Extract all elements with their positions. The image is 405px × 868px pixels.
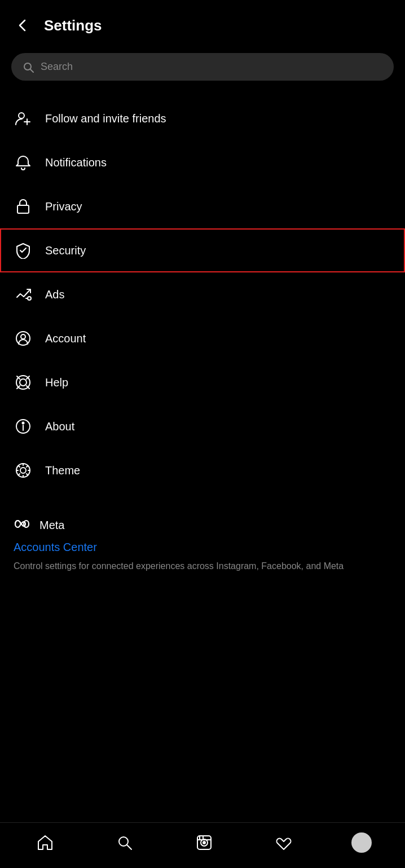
menu-item-about[interactable]: About (0, 404, 405, 448)
svg-point-0 (24, 63, 31, 70)
menu-item-ads[interactable]: Ads (0, 272, 405, 316)
notifications-icon (14, 153, 33, 172)
search-placeholder: Search (41, 61, 73, 73)
menu-item-label: About (45, 420, 74, 433)
theme-icon (14, 461, 33, 480)
menu-item-label: Help (45, 376, 68, 389)
follow-icon (14, 109, 33, 128)
search-container: Search (0, 44, 405, 96)
nav-search-button[interactable] (113, 831, 137, 854)
svg-line-28 (19, 474, 20, 475)
accounts-center-link[interactable]: Accounts Center (14, 541, 391, 554)
menu-list: Follow and invite friends Notifications … (0, 96, 405, 504)
nav-home-button[interactable] (33, 831, 57, 854)
svg-rect-5 (17, 205, 29, 213)
menu-item-label: Account (45, 332, 86, 345)
security-icon (14, 241, 33, 260)
meta-logo: Meta (14, 517, 391, 533)
header: Settings (0, 0, 405, 44)
menu-item-label: Privacy (45, 200, 82, 213)
svg-point-20 (20, 468, 26, 473)
search-icon (23, 61, 34, 73)
menu-item-account[interactable]: Account (0, 316, 405, 360)
help-icon (14, 373, 33, 392)
account-icon (14, 329, 33, 348)
svg-line-25 (19, 466, 20, 468)
menu-item-label: Ads (45, 288, 64, 301)
menu-item-label: Security (45, 244, 86, 257)
bottom-nav (0, 822, 405, 868)
svg-point-2 (19, 113, 24, 118)
svg-line-1 (30, 69, 33, 72)
meta-description: Control settings for connected experienc… (14, 559, 391, 573)
about-icon (14, 417, 33, 436)
nav-activity-button[interactable] (272, 831, 296, 854)
menu-item-follow-invite[interactable]: Follow and invite friends (0, 96, 405, 140)
ads-icon (14, 285, 33, 304)
menu-item-help[interactable]: Help (0, 360, 405, 404)
back-button[interactable] (14, 16, 33, 35)
svg-line-26 (27, 474, 28, 475)
menu-item-notifications[interactable]: Notifications (0, 140, 405, 184)
svg-point-18 (23, 422, 24, 424)
meta-section: Meta Accounts Center Control settings fo… (0, 504, 405, 582)
menu-item-privacy[interactable]: Privacy (0, 184, 405, 228)
menu-item-theme[interactable]: Theme (0, 448, 405, 492)
nav-reels-button[interactable] (192, 831, 216, 854)
meta-icon (14, 517, 34, 533)
page-title: Settings (44, 17, 102, 34)
svg-point-9 (21, 334, 25, 339)
search-bar[interactable]: Search (11, 53, 394, 81)
svg-point-33 (203, 841, 205, 844)
menu-item-label: Theme (45, 464, 80, 477)
menu-item-label: Follow and invite friends (45, 112, 166, 125)
meta-label: Meta (39, 519, 64, 532)
svg-point-11 (20, 379, 27, 386)
menu-item-label: Notifications (45, 156, 107, 169)
privacy-icon (14, 197, 33, 216)
svg-line-30 (127, 845, 131, 849)
svg-line-27 (27, 466, 28, 468)
menu-item-security[interactable]: Security (0, 228, 405, 272)
nav-profile-avatar[interactable] (351, 832, 372, 853)
